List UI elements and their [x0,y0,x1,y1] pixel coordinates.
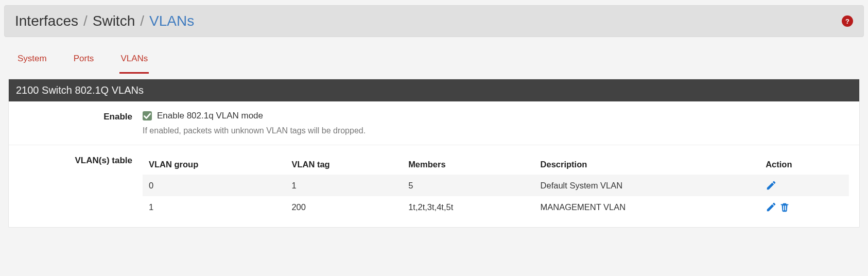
tabs: System Ports VLANs [4,37,864,74]
enable-help-text: If enabled, packets with unknown VLAN ta… [143,126,849,135]
vlan-table: VLAN group VLAN tag Members Description … [143,154,849,218]
cell-vlan-group: 1 [143,196,285,218]
col-description: Description [534,154,760,175]
col-vlan-group: VLAN group [143,154,285,175]
trash-icon[interactable] [779,201,790,213]
help-icon[interactable]: ? [842,15,853,27]
form-row-vlan-table: VLAN(s) table VLAN group VLAN tag Member… [9,145,859,227]
panel-title: 2100 Switch 802.1Q VLANs [9,79,859,101]
enable-checkbox-label: Enable 802.1q VLAN mode [157,111,263,121]
col-action: Action [759,154,849,175]
breadcrumb-item-interfaces[interactable]: Interfaces [15,13,78,29]
vlan-table-label: VLAN(s) table [9,154,143,166]
pencil-icon[interactable] [766,201,777,213]
breadcrumb: Interfaces / Switch / VLANs [15,13,194,29]
cell-action [759,196,849,218]
cell-members: 1t,2t,3t,4t,5t [402,196,534,218]
panel-vlans: 2100 Switch 802.1Q VLANs Enable Enable 8… [8,79,860,228]
breadcrumb-separator: / [83,13,88,29]
breadcrumb-item-vlans[interactable]: VLANs [149,13,194,29]
breadcrumb-bar: Interfaces / Switch / VLANs ? [4,5,864,37]
cell-description: Default System VLAN [534,175,760,196]
enable-checkbox[interactable] [143,111,152,120]
tab-vlans[interactable]: VLANs [119,49,149,74]
col-vlan-tag: VLAN tag [285,154,402,175]
tab-system[interactable]: System [16,49,48,74]
breadcrumb-item-switch[interactable]: Switch [93,13,135,29]
cell-vlan-group: 0 [143,175,285,196]
pencil-icon[interactable] [766,180,777,191]
table-row: 12001t,2t,3t,4t,5tMANAGEMENT VLAN [143,196,849,218]
cell-action [759,175,849,196]
cell-members: 5 [402,175,534,196]
tab-ports[interactable]: Ports [73,49,95,74]
table-row: 015Default System VLAN [143,175,849,196]
form-row-enable: Enable Enable 802.1q VLAN mode If enable… [9,101,859,145]
breadcrumb-separator: / [140,13,144,29]
cell-vlan-tag: 200 [285,196,402,218]
cell-vlan-tag: 1 [285,175,402,196]
cell-description: MANAGEMENT VLAN [534,196,760,218]
col-members: Members [402,154,534,175]
enable-label: Enable [9,111,143,122]
